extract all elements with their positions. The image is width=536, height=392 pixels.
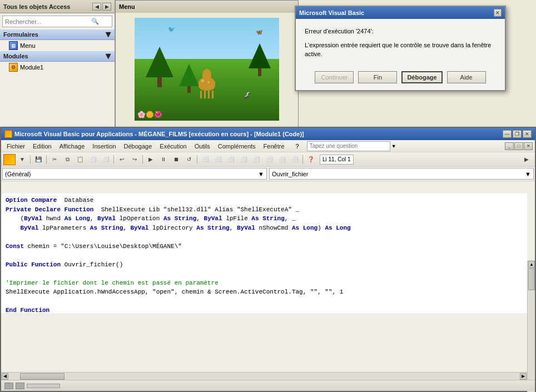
code-function-arrow: ▼: [525, 171, 531, 177]
toolbar-paste-btn[interactable]: 📋: [74, 154, 86, 165]
toolbar-btn-9[interactable]: ⬜: [237, 154, 250, 165]
h-scroll-left-btn[interactable]: ◀: [2, 373, 8, 380]
toolbar-save-btn[interactable]: 💾: [32, 154, 44, 165]
vba-icon: [4, 130, 12, 138]
menu-execution[interactable]: Exécution: [156, 142, 190, 151]
vba-title-text: Microsoft Visual Basic pour Applications…: [14, 131, 304, 137]
vba-close-button[interactable]: ✕: [523, 130, 532, 138]
code-line-7: [6, 251, 517, 260]
vba-statusbar: [1, 380, 535, 391]
vba-titlebar: Microsoft Visual Basic pour Applications…: [1, 128, 535, 140]
toolbar-cursor-position: Li 11, Col 1: [320, 155, 354, 165]
toolbar-help-btn[interactable]: ❓: [305, 154, 317, 165]
h-scroll-right-btn[interactable]: ▶: [520, 373, 527, 380]
modal-titlebar: Microsoft Visual Basic ✕: [296, 7, 505, 19]
modal-title: Microsoft Visual Basic: [299, 9, 364, 16]
toolbar-btn-11[interactable]: ⬜: [263, 154, 275, 165]
code-general-label: (Général): [5, 171, 31, 177]
toolbar-expand-btn[interactable]: ▶: [520, 154, 533, 165]
scrollbar-thumb[interactable]: [528, 268, 535, 290]
code-general-dropdown[interactable]: (Général) ▼: [2, 168, 267, 180]
code-line-8: Public Function Ouvrir_fichier(): [6, 260, 517, 270]
statusbar-icon-2: [16, 383, 24, 389]
statusbar-content: [4, 383, 60, 389]
menu-complements[interactable]: Compléments: [215, 142, 259, 151]
toolbar-undo-btn[interactable]: ↩: [116, 154, 128, 165]
statusbar-scrollbar[interactable]: [27, 384, 60, 388]
statusbar-icon-1: [4, 383, 13, 389]
debogage-button[interactable]: Débogage: [401, 71, 442, 83]
code-function-label: Ouvrir_fichier: [272, 171, 308, 177]
vba-menubar: Fichier Edition Affichage Insertion Débo…: [1, 140, 535, 152]
toolbar-btn-10[interactable]: ⬜: [250, 154, 262, 165]
toolbar-btn-8[interactable]: ⬜: [225, 154, 237, 165]
modal-buttons: Continuer Fin Débogage Aide: [296, 67, 505, 90]
continuer-button[interactable]: Continuer: [315, 71, 354, 83]
menu-question-box: ▼: [307, 141, 502, 151]
code-line-2: Private Declare Function ShellExecute Li…: [6, 205, 517, 215]
vba-vertical-scrollbar[interactable]: ▲ ▼: [527, 260, 535, 392]
vba-toolbar: ▼ 💾 ✂ ⧉ 📋 ⬜ ⬜ ↩ ↪ ▶ ⏸ ⏹ ↺ ⬜ ⬜ ⬜ ⬜ ⬜ ⬜ ⬜ …: [1, 152, 535, 167]
modal-dialog: Microsoft Visual Basic ✕ Erreur d'exécut…: [295, 6, 506, 91]
menu-affichage[interactable]: Affichage: [56, 142, 88, 151]
menu-fichier[interactable]: Fichier: [3, 142, 28, 151]
modal-error-title: Erreur d'exécution '2474':: [305, 27, 496, 36]
vba-inner-restore[interactable]: □: [514, 142, 523, 150]
vba-title-content: Microsoft Visual Basic pour Applications…: [4, 130, 304, 138]
vba-minimize-button[interactable]: —: [503, 130, 512, 138]
menu-debogage[interactable]: Débogage: [121, 142, 156, 151]
vba-code-editor[interactable]: Option Compare Database Private Declare …: [1, 193, 527, 313]
toolbar-btn-7[interactable]: ⬜: [212, 154, 224, 165]
toolbar-dropdown-btn[interactable]: ▼: [16, 154, 28, 165]
code-line-13: End Function: [6, 306, 517, 313]
menu-fenetre[interactable]: Fenêtre: [260, 142, 288, 151]
code-function-dropdown[interactable]: Ouvrir_fichier ▼: [269, 168, 534, 180]
toolbar-cut-btn[interactable]: ✂: [48, 154, 61, 165]
modal-overlay: Microsoft Visual Basic ✕ Erreur d'exécut…: [0, 0, 536, 128]
vba-window-controls: — ❐ ✕: [503, 130, 532, 138]
toolbar-btn-5[interactable]: ⬜: [100, 154, 112, 165]
code-line-11: ShellExecute Application.hWndAccessApp, …: [6, 287, 517, 297]
modal-error-desc: L'expression entrée requiert que le cont…: [305, 41, 496, 59]
code-line-9: [6, 269, 517, 279]
toolbar-stop-btn[interactable]: ⏹: [170, 154, 182, 165]
vba-inner-minimize[interactable]: _: [505, 142, 514, 150]
toolbar-btn-6[interactable]: ⬜: [199, 154, 211, 165]
toolbar-btn-reset[interactable]: ↺: [183, 154, 195, 165]
menu-question-input[interactable]: [307, 141, 390, 151]
menu-outils[interactable]: Outils: [191, 142, 214, 151]
question-dropdown-icon: ▼: [391, 143, 396, 149]
fin-button[interactable]: Fin: [358, 71, 397, 83]
code-line-6: Const chemin = "C:\Users\Louise\Desktop\…: [6, 242, 517, 251]
code-line-5: [6, 232, 517, 242]
aide-button[interactable]: Aide: [447, 71, 486, 83]
vba-horizontal-scrollbar[interactable]: ◀ ▶: [1, 372, 527, 380]
menu-edition[interactable]: Edition: [29, 142, 55, 151]
toolbar-redo-btn[interactable]: ↪: [128, 154, 141, 165]
toolbar-btn-12[interactable]: ⬜: [276, 154, 288, 165]
toolbar-copy-btn[interactable]: ⧉: [61, 154, 73, 165]
toolbar-vba-icon: [3, 154, 16, 165]
vba-restore-button[interactable]: ❐: [513, 130, 522, 138]
code-general-arrow: ▼: [258, 171, 264, 177]
menu-help[interactable]: ?: [294, 142, 301, 151]
modal-content: Erreur d'exécution '2474': L'expression …: [296, 19, 505, 67]
toolbar-sep-5: [197, 155, 197, 164]
toolbar-btn-13[interactable]: ⬜: [289, 154, 301, 165]
code-line-3: (ByVal hwnd As Long, ByVal lpOperation A…: [6, 214, 517, 224]
toolbar-sep-6: [302, 155, 303, 164]
modal-close-button[interactable]: ✕: [494, 9, 502, 17]
vba-inner-close[interactable]: ✕: [524, 142, 533, 150]
toolbar-sep-3: [113, 155, 114, 164]
menu-insertion[interactable]: Insertion: [89, 142, 119, 151]
vba-code-container: Option Compare Database Private Declare …: [1, 193, 535, 380]
toolbar-pause-btn[interactable]: ⏸: [157, 154, 170, 165]
code-line-10: 'Imprimer le fichier dont le chemin est …: [6, 279, 517, 288]
toolbar-sep-2: [46, 155, 47, 164]
toolbar-run-btn[interactable]: ▶: [145, 154, 157, 165]
h-scrollbar-thumb[interactable]: [20, 373, 64, 380]
toolbar-btn-4[interactable]: ⬜: [87, 154, 99, 165]
code-line-12: [6, 297, 517, 306]
vba-editor-window: Microsoft Visual Basic pour Applications…: [0, 127, 536, 392]
scrollbar-up-btn[interactable]: ▲: [528, 261, 535, 267]
